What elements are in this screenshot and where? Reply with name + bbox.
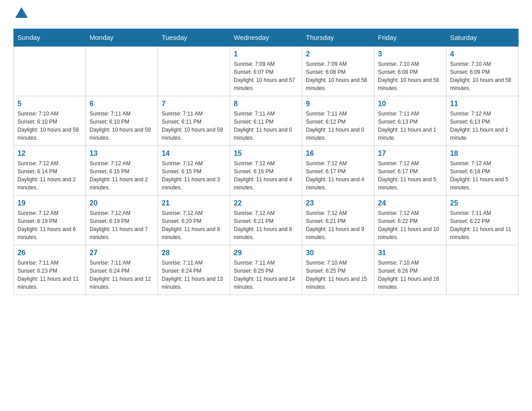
day-info: Sunrise: 7:11 AM Sunset: 6:13 PM Dayligh… (378, 110, 442, 142)
weekday-header: Wednesday (230, 29, 302, 47)
calendar-week-row: 1Sunrise: 7:09 AM Sunset: 6:07 PM Daylig… (14, 46, 519, 96)
day-number: 27 (90, 249, 154, 257)
day-number: 6 (90, 100, 154, 108)
day-info: Sunrise: 7:12 AM Sunset: 6:21 PM Dayligh… (234, 209, 298, 241)
day-info: Sunrise: 7:12 AM Sunset: 6:15 PM Dayligh… (162, 159, 226, 192)
calendar-cell: 7Sunrise: 7:11 AM Sunset: 6:11 PM Daylig… (158, 96, 230, 146)
calendar-cell: 31Sunrise: 7:10 AM Sunset: 6:26 PM Dayli… (374, 245, 446, 295)
day-number: 20 (90, 199, 154, 207)
day-number: 9 (306, 100, 370, 108)
calendar-table: SundayMondayTuesdayWednesdayThursdayFrid… (13, 29, 519, 295)
calendar-week-row: 19Sunrise: 7:12 AM Sunset: 6:19 PM Dayli… (14, 196, 519, 245)
calendar-cell: 21Sunrise: 7:12 AM Sunset: 6:20 PM Dayli… (158, 196, 230, 245)
calendar-cell: 27Sunrise: 7:11 AM Sunset: 6:24 PM Dayli… (86, 245, 158, 295)
day-info: Sunrise: 7:10 AM Sunset: 6:09 PM Dayligh… (450, 60, 515, 92)
day-info: Sunrise: 7:11 AM Sunset: 6:25 PM Dayligh… (234, 259, 298, 291)
day-info: Sunrise: 7:11 AM Sunset: 6:22 PM Dayligh… (450, 209, 515, 241)
calendar-cell: 18Sunrise: 7:12 AM Sunset: 6:18 PM Dayli… (446, 146, 519, 196)
weekday-header: Friday (374, 29, 446, 47)
calendar-cell: 4Sunrise: 7:10 AM Sunset: 6:09 PM Daylig… (446, 46, 519, 96)
day-number: 19 (17, 199, 82, 207)
day-info: Sunrise: 7:12 AM Sunset: 6:17 PM Dayligh… (306, 159, 370, 192)
day-info: Sunrise: 7:10 AM Sunset: 6:25 PM Dayligh… (306, 259, 370, 291)
day-info: Sunrise: 7:11 AM Sunset: 6:24 PM Dayligh… (162, 259, 226, 291)
calendar-cell: 15Sunrise: 7:12 AM Sunset: 6:16 PM Dayli… (230, 146, 302, 196)
calendar-body: 1Sunrise: 7:09 AM Sunset: 6:07 PM Daylig… (14, 46, 519, 295)
weekday-header: Saturday (446, 29, 519, 47)
calendar-cell: 26Sunrise: 7:11 AM Sunset: 6:23 PM Dayli… (14, 245, 86, 295)
calendar-cell: 29Sunrise: 7:11 AM Sunset: 6:25 PM Dayli… (230, 245, 302, 295)
day-number: 7 (162, 100, 226, 108)
calendar-cell: 1Sunrise: 7:09 AM Sunset: 6:07 PM Daylig… (230, 46, 302, 96)
day-number: 22 (234, 199, 298, 207)
day-number: 17 (378, 150, 442, 158)
calendar-cell: 19Sunrise: 7:12 AM Sunset: 6:19 PM Dayli… (14, 196, 86, 245)
day-number: 4 (450, 50, 515, 58)
logo (13, 9, 29, 20)
calendar-cell (14, 46, 86, 96)
day-number: 31 (378, 249, 442, 257)
calendar-header: SundayMondayTuesdayWednesdayThursdayFrid… (14, 29, 519, 47)
weekday-header: Monday (86, 29, 158, 47)
calendar-week-row: 12Sunrise: 7:12 AM Sunset: 6:14 PM Dayli… (14, 146, 519, 196)
day-number: 28 (162, 249, 226, 257)
day-info: Sunrise: 7:12 AM Sunset: 6:21 PM Dayligh… (306, 209, 370, 241)
day-number: 5 (17, 100, 82, 108)
calendar-cell: 20Sunrise: 7:12 AM Sunset: 6:19 PM Dayli… (86, 196, 158, 245)
calendar-week-row: 5Sunrise: 7:10 AM Sunset: 6:10 PM Daylig… (14, 96, 519, 146)
day-number: 2 (306, 50, 370, 58)
day-number: 3 (378, 50, 442, 58)
day-info: Sunrise: 7:11 AM Sunset: 6:24 PM Dayligh… (90, 259, 154, 291)
calendar-cell: 16Sunrise: 7:12 AM Sunset: 6:17 PM Dayli… (302, 146, 374, 196)
day-number: 21 (162, 199, 226, 207)
logo-triangle-icon (15, 7, 28, 18)
day-info: Sunrise: 7:10 AM Sunset: 6:10 PM Dayligh… (17, 110, 82, 142)
weekday-row: SundayMondayTuesdayWednesdayThursdayFrid… (14, 29, 519, 47)
calendar-week-row: 26Sunrise: 7:11 AM Sunset: 6:23 PM Dayli… (14, 245, 519, 295)
day-number: 12 (17, 150, 82, 158)
calendar-cell: 25Sunrise: 7:11 AM Sunset: 6:22 PM Dayli… (446, 196, 519, 245)
day-info: Sunrise: 7:12 AM Sunset: 6:22 PM Dayligh… (378, 209, 442, 241)
calendar-cell: 6Sunrise: 7:11 AM Sunset: 6:10 PM Daylig… (86, 96, 158, 146)
day-info: Sunrise: 7:12 AM Sunset: 6:13 PM Dayligh… (450, 110, 515, 142)
day-info: Sunrise: 7:12 AM Sunset: 6:16 PM Dayligh… (234, 159, 298, 192)
day-info: Sunrise: 7:12 AM Sunset: 6:17 PM Dayligh… (378, 159, 442, 192)
day-info: Sunrise: 7:12 AM Sunset: 6:20 PM Dayligh… (162, 209, 226, 241)
calendar-cell: 2Sunrise: 7:09 AM Sunset: 6:08 PM Daylig… (302, 46, 374, 96)
day-number: 11 (450, 100, 515, 108)
day-info: Sunrise: 7:11 AM Sunset: 6:10 PM Dayligh… (90, 110, 154, 142)
calendar-cell (158, 46, 230, 96)
calendar-cell: 10Sunrise: 7:11 AM Sunset: 6:13 PM Dayli… (374, 96, 446, 146)
calendar-cell: 13Sunrise: 7:12 AM Sunset: 6:15 PM Dayli… (86, 146, 158, 196)
calendar-cell: 11Sunrise: 7:12 AM Sunset: 6:13 PM Dayli… (446, 96, 519, 146)
day-number: 16 (306, 150, 370, 158)
calendar-cell (86, 46, 158, 96)
day-number: 13 (90, 150, 154, 158)
day-number: 30 (306, 249, 370, 257)
day-info: Sunrise: 7:11 AM Sunset: 6:11 PM Dayligh… (162, 110, 226, 142)
day-number: 8 (234, 100, 298, 108)
calendar-cell: 5Sunrise: 7:10 AM Sunset: 6:10 PM Daylig… (14, 96, 86, 146)
calendar-cell: 23Sunrise: 7:12 AM Sunset: 6:21 PM Dayli… (302, 196, 374, 245)
day-number: 23 (306, 199, 370, 207)
day-info: Sunrise: 7:11 AM Sunset: 6:11 PM Dayligh… (234, 110, 298, 142)
day-info: Sunrise: 7:11 AM Sunset: 6:23 PM Dayligh… (17, 259, 82, 291)
day-info: Sunrise: 7:10 AM Sunset: 6:08 PM Dayligh… (378, 60, 442, 92)
day-number: 18 (450, 150, 515, 158)
day-info: Sunrise: 7:12 AM Sunset: 6:19 PM Dayligh… (90, 209, 154, 241)
day-info: Sunrise: 7:12 AM Sunset: 6:19 PM Dayligh… (17, 209, 82, 241)
day-number: 1 (234, 50, 298, 58)
day-info: Sunrise: 7:09 AM Sunset: 6:07 PM Dayligh… (234, 60, 298, 92)
calendar-cell: 9Sunrise: 7:11 AM Sunset: 6:12 PM Daylig… (302, 96, 374, 146)
weekday-header: Tuesday (158, 29, 230, 47)
day-info: Sunrise: 7:09 AM Sunset: 6:08 PM Dayligh… (306, 60, 370, 92)
calendar-cell: 8Sunrise: 7:11 AM Sunset: 6:11 PM Daylig… (230, 96, 302, 146)
calendar-cell: 22Sunrise: 7:12 AM Sunset: 6:21 PM Dayli… (230, 196, 302, 245)
calendar-cell: 12Sunrise: 7:12 AM Sunset: 6:14 PM Dayli… (14, 146, 86, 196)
day-info: Sunrise: 7:12 AM Sunset: 6:18 PM Dayligh… (450, 159, 515, 192)
calendar-cell: 3Sunrise: 7:10 AM Sunset: 6:08 PM Daylig… (374, 46, 446, 96)
day-number: 24 (378, 199, 442, 207)
day-number: 10 (378, 100, 442, 108)
calendar-cell: 24Sunrise: 7:12 AM Sunset: 6:22 PM Dayli… (374, 196, 446, 245)
day-info: Sunrise: 7:12 AM Sunset: 6:14 PM Dayligh… (17, 159, 82, 192)
